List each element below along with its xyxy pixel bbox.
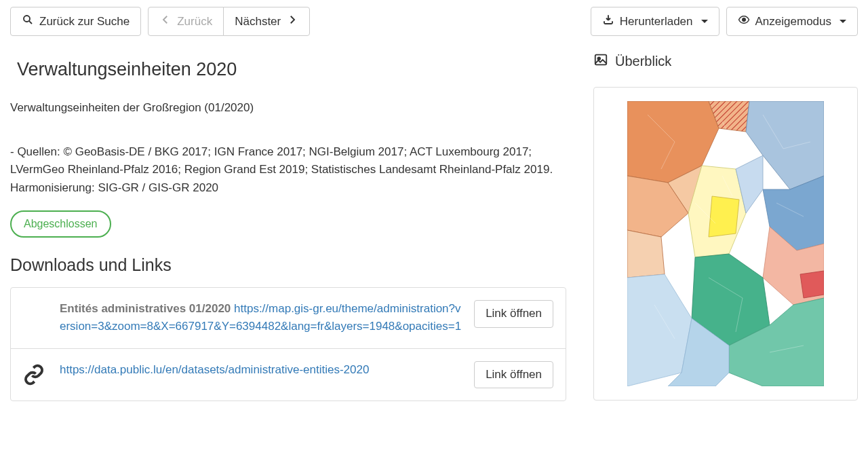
- caret-down-icon: [840, 20, 846, 23]
- downloads-heading: Downloads und Links: [10, 255, 566, 275]
- prev-button: Zurück: [148, 7, 224, 36]
- chevron-left-icon: [159, 14, 172, 29]
- download-icon: [602, 14, 614, 29]
- download-label: Herunterladen: [620, 15, 693, 29]
- overview-heading-label: Überblick: [615, 54, 671, 69]
- svg-marker-9: [627, 230, 665, 278]
- next-label: Nächster: [235, 15, 281, 29]
- search-icon: [22, 14, 34, 29]
- link-url[interactable]: https://data.public.lu/en/datasets/admin…: [60, 363, 369, 376]
- description: Verwaltungseinheiten der Großregion (01/…: [10, 99, 566, 197]
- image-icon: [593, 52, 608, 71]
- svg-point-0: [24, 16, 30, 22]
- link-label: Entités administratives 01/2020: [60, 302, 231, 315]
- prev-label: Zurück: [177, 15, 212, 29]
- open-link-button[interactable]: Link öffnen: [474, 361, 553, 388]
- caret-down-icon: [701, 20, 708, 23]
- back-to-search-label: Zurück zur Suche: [39, 15, 130, 29]
- toolbar: Zurück zur Suche Zurück Nächster Herunte…: [10, 7, 858, 36]
- overview-heading: Überblick: [593, 52, 858, 71]
- svg-marker-19: [800, 271, 824, 298]
- display-mode-button[interactable]: Anzeigemodus: [726, 7, 858, 36]
- content: Verwaltungseinheiten 2020 Verwaltungsein…: [10, 52, 858, 401]
- link-body: Entités administratives 01/2020 https://…: [60, 300, 465, 336]
- status-badge: Abgeschlossen: [10, 210, 111, 238]
- eye-icon: [738, 14, 750, 29]
- link-item-icon-empty: [23, 300, 50, 303]
- toolbar-right: Herunterladen Anzeigemodus: [591, 7, 858, 36]
- svg-rect-3: [595, 55, 607, 65]
- link-item: https://data.public.lu/en/datasets/admin…: [11, 349, 566, 401]
- download-button[interactable]: Herunterladen: [591, 7, 719, 36]
- chain-icon: [23, 361, 50, 388]
- chevron-right-icon: [286, 14, 298, 29]
- svg-marker-14: [709, 196, 739, 237]
- svg-point-2: [742, 18, 745, 22]
- main-column: Verwaltungseinheiten 2020 Verwaltungsein…: [10, 52, 566, 401]
- display-mode-label: Anzeigemodus: [755, 15, 831, 29]
- link-item: Entités administratives 01/2020 https://…: [11, 288, 566, 349]
- svg-line-1: [29, 21, 32, 24]
- description-line-2: - Quellen: © GeoBasis-DE / BKG 2017; IGN…: [10, 143, 566, 197]
- link-list: Entités administratives 01/2020 https://…: [10, 287, 566, 401]
- toolbar-left: Zurück zur Suche Zurück Nächster: [10, 7, 310, 36]
- side-column: Überblick: [593, 52, 858, 401]
- map-thumbnail[interactable]: [627, 101, 824, 386]
- link-body: https://data.public.lu/en/datasets/admin…: [60, 361, 465, 379]
- thumbnail-frame: [593, 87, 858, 401]
- back-to-search-button[interactable]: Zurück zur Suche: [10, 7, 141, 36]
- svg-point-4: [597, 58, 600, 60]
- description-line-1: Verwaltungseinheiten der Großregion (01/…: [10, 99, 566, 117]
- next-button[interactable]: Nächster: [223, 7, 310, 36]
- pager-group: Zurück Nächster: [148, 7, 310, 36]
- open-link-button[interactable]: Link öffnen: [474, 300, 553, 327]
- page-title: Verwaltungseinheiten 2020: [17, 59, 566, 80]
